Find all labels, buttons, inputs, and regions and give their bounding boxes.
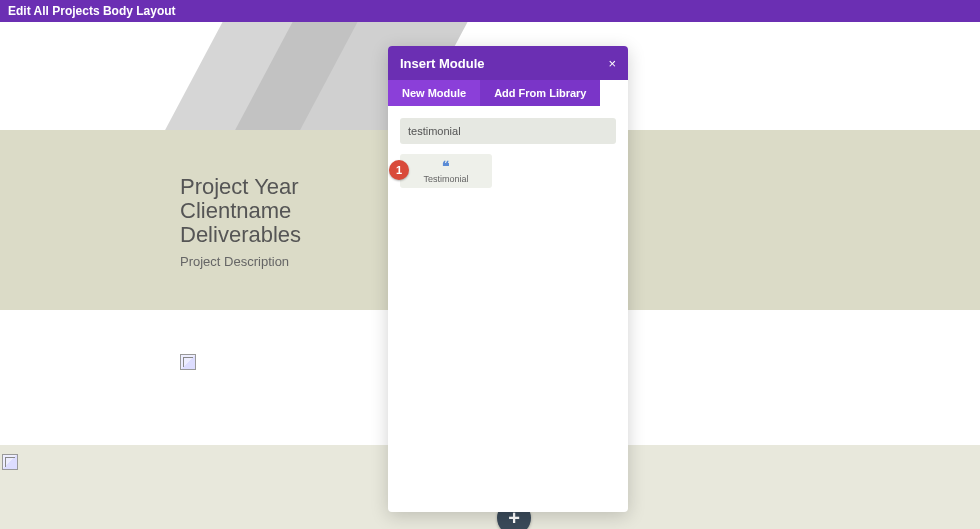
page-title-bar: Edit All Projects Body Layout (0, 0, 980, 22)
modal-header: Insert Module × (388, 46, 628, 80)
modal-body: 1 ❝ Testimonial (388, 106, 628, 512)
module-search-wrap[interactable] (400, 118, 616, 144)
project-year: Project Year (180, 176, 301, 198)
tab-add-from-library[interactable]: Add From Library (480, 80, 600, 106)
broken-image-icon (2, 454, 18, 470)
close-icon[interactable]: × (608, 56, 616, 71)
page-title: Edit All Projects Body Layout (8, 4, 176, 18)
insert-module-modal: Insert Module × New Module Add From Libr… (388, 46, 628, 512)
project-deliverables: Deliverables (180, 224, 301, 246)
step-badge: 1 (389, 160, 409, 180)
modal-tabs: New Module Add From Library (388, 80, 628, 106)
tab-new-module[interactable]: New Module (388, 80, 480, 106)
broken-image-icon (180, 354, 196, 370)
module-card-testimonial[interactable]: 1 ❝ Testimonial (400, 154, 492, 188)
modal-title: Insert Module (400, 56, 485, 71)
project-description: Project Description (180, 254, 301, 269)
module-card-label: Testimonial (423, 174, 468, 184)
module-grid: 1 ❝ Testimonial (400, 154, 616, 188)
project-info-block: Project Year Clientname Deliverables Pro… (180, 176, 301, 269)
quote-icon: ❝ (442, 159, 450, 173)
module-search-input[interactable] (408, 125, 608, 137)
project-client: Clientname (180, 200, 301, 222)
